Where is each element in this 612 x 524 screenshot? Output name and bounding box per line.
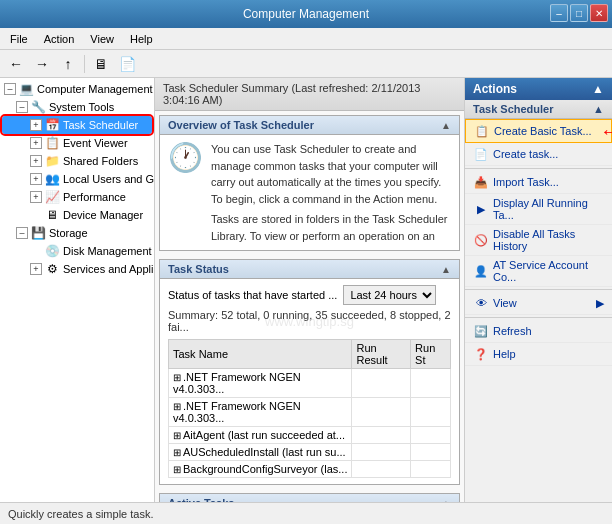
time-range-select[interactable]: Last hourLast 24 hoursLast 7 daysLast 30…	[343, 285, 436, 305]
toolbar-forward[interactable]: →	[30, 53, 54, 75]
task-name-3: ⊞AUScheduledInstall (last run su...	[169, 444, 352, 461]
action-disable-all-history[interactable]: 🚫 Disable All Tasks History	[465, 225, 612, 256]
expand-performance[interactable]: +	[30, 191, 42, 203]
menu-view[interactable]: View	[84, 31, 120, 47]
expand-event-viewer[interactable]: +	[30, 137, 42, 149]
tree-item-task-scheduler[interactable]: + 📅 Task Scheduler	[2, 116, 152, 134]
task-row-2[interactable]: ⊞AitAgent (last run succeeded at...	[169, 427, 451, 444]
arrow-indicator: ←	[600, 120, 612, 143]
expand-task-scheduler[interactable]: +	[30, 119, 42, 131]
tree-label-event-viewer: Event Viewer	[63, 137, 128, 149]
action-create-basic-task[interactable]: 📋 Create Basic Task...	[465, 119, 612, 143]
toolbar-back[interactable]: ←	[4, 53, 28, 75]
overview-collapse-icon[interactable]: ▲	[441, 120, 451, 131]
create-task-icon: 📄	[473, 146, 489, 162]
status-label: Status of tasks that have started ...	[168, 289, 337, 301]
tree-panel: – 💻 Computer Management (Local – 🔧 Syste…	[0, 78, 155, 502]
task-name-4: ⊞BackgroundConfigSurveyor (las...	[169, 461, 352, 478]
display-all-running-icon: ▶	[473, 201, 489, 217]
tree-label-task-scheduler: Task Scheduler	[63, 119, 138, 131]
device-manager-icon: 🖥	[44, 207, 60, 223]
window-title: Computer Management	[243, 7, 369, 21]
tree-label-storage: Storage	[49, 227, 88, 239]
menu-action[interactable]: Action	[38, 31, 81, 47]
create-basic-task-wrapper: 📋 Create Basic Task... ←	[465, 119, 612, 143]
task-row-4[interactable]: ⊞BackgroundConfigSurveyor (las...	[169, 461, 451, 478]
help-icon: ❓	[473, 346, 489, 362]
tree-item-services-apps[interactable]: + ⚙ Services and Applications	[2, 260, 152, 278]
minimize-button[interactable]: –	[550, 4, 568, 22]
action-label-help: Help	[493, 348, 516, 360]
action-refresh[interactable]: 🔄 Refresh	[465, 320, 612, 343]
action-display-all-running[interactable]: ▶ Display All Running Ta...	[465, 194, 612, 225]
expand-services-apps[interactable]: +	[30, 263, 42, 275]
actions-panel: Actions ▲ Task Scheduler ▲ 📋 Create Basi…	[464, 78, 612, 502]
tree-label-device-manager: Device Manager	[63, 209, 143, 221]
disk-management-icon: 💿	[44, 243, 60, 259]
active-tasks-header[interactable]: Active Tasks ▲	[160, 494, 459, 502]
action-label-at-service-account: AT Service Account Co...	[493, 259, 604, 283]
actions-header: Actions ▲	[465, 78, 612, 100]
tree-item-local-users[interactable]: + 👥 Local Users and Groups	[2, 170, 152, 188]
tree-label-shared-folders: Shared Folders	[63, 155, 138, 167]
toolbar-up[interactable]: ↑	[56, 53, 80, 75]
system-tools-icon: 🔧	[30, 99, 46, 115]
action-import-task[interactable]: 📥 Import Task...	[465, 171, 612, 194]
center-header-text: Task Scheduler Summary (Last refreshed: …	[163, 82, 420, 106]
action-sep-3	[465, 317, 612, 318]
maximize-button[interactable]: □	[570, 4, 588, 22]
action-at-service-account[interactable]: 👤 AT Service Account Co...	[465, 256, 612, 287]
action-help[interactable]: ❓ Help	[465, 343, 612, 366]
overview-section-header[interactable]: Overview of Task Scheduler ▲	[160, 116, 459, 135]
expand-system-tools[interactable]: –	[16, 101, 28, 113]
view-icon: 👁	[473, 295, 489, 311]
menu-bar: File Action View Help	[0, 28, 612, 50]
menu-help[interactable]: Help	[124, 31, 159, 47]
tree-item-device-manager[interactable]: 🖥 Device Manager	[2, 206, 152, 224]
active-tasks-collapse-icon[interactable]: ▲	[441, 498, 451, 503]
task-status-collapse-icon[interactable]: ▲	[441, 264, 451, 275]
create-basic-task-icon: 📋	[474, 123, 490, 139]
active-tasks-section: Active Tasks ▲ Active tasks are tasks th…	[159, 493, 460, 502]
task-name-0: ⊞.NET Framework NGEN v4.0.303...	[169, 369, 352, 398]
action-create-task[interactable]: 📄 Create task...	[465, 143, 612, 166]
expand-storage[interactable]: –	[16, 227, 28, 239]
overview-icon: 🕐	[168, 141, 203, 174]
tree-label-performance: Performance	[63, 191, 126, 203]
task-scheduler-icon: 📅	[44, 117, 60, 133]
tree-item-storage[interactable]: – 💾 Storage	[2, 224, 152, 242]
task-row-1[interactable]: ⊞.NET Framework NGEN v4.0.303...	[169, 398, 451, 427]
tree-item-shared-folders[interactable]: + 📁 Shared Folders	[2, 152, 152, 170]
tree-item-event-viewer[interactable]: + 📋 Event Viewer	[2, 134, 152, 152]
action-label-import-task: Import Task...	[493, 176, 559, 188]
tree-item-computer-management[interactable]: – 💻 Computer Management (Local	[2, 80, 152, 98]
menu-file[interactable]: File	[4, 31, 34, 47]
col-run-result: Run Result	[352, 340, 411, 369]
task-runst-1	[411, 398, 451, 427]
actions-header-collapse[interactable]: ▲	[592, 82, 604, 96]
tree-item-performance[interactable]: + 📈 Performance	[2, 188, 152, 206]
services-apps-icon: ⚙	[44, 261, 60, 277]
expand-local-users[interactable]: +	[30, 173, 42, 185]
action-sep-2	[465, 289, 612, 290]
action-view[interactable]: 👁 View ▶	[465, 292, 612, 315]
tree-item-disk-management[interactable]: 💿 Disk Management	[2, 242, 152, 260]
task-row-3[interactable]: ⊞AUScheduledInstall (last run su...	[169, 444, 451, 461]
tree-label-system-tools: System Tools	[49, 101, 114, 113]
toolbar-show-hide[interactable]: 🖥	[89, 53, 113, 75]
close-button[interactable]: ✕	[590, 4, 608, 22]
expand-shared-folders[interactable]: +	[30, 155, 42, 167]
expand-computer-management[interactable]: –	[4, 83, 16, 95]
shared-folders-icon: 📁	[44, 153, 60, 169]
task-status-header[interactable]: Task Status ▲	[160, 260, 459, 279]
actions-section-title: Task Scheduler ▲	[465, 100, 612, 119]
tree-item-system-tools[interactable]: – 🔧 System Tools	[2, 98, 152, 116]
action-label-refresh: Refresh	[493, 325, 532, 337]
toolbar-properties[interactable]: 📄	[115, 53, 139, 75]
overview-title: Overview of Task Scheduler	[168, 119, 314, 131]
task-row-0[interactable]: ⊞.NET Framework NGEN v4.0.303...	[169, 369, 451, 398]
toolbar-separator-1	[84, 55, 85, 73]
actions-section-collapse[interactable]: ▲	[593, 103, 604, 115]
tree-label-local-users: Local Users and Groups	[63, 173, 155, 185]
status-bar: Quickly creates a simple task.	[0, 502, 612, 524]
